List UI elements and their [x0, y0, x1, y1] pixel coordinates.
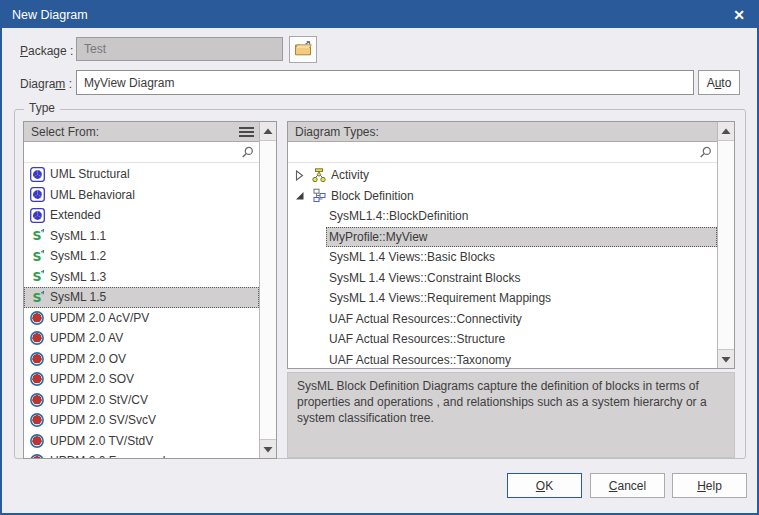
- updm-icon: [29, 372, 45, 387]
- scroll-down-icon[interactable]: [718, 349, 734, 368]
- updm-icon: [29, 392, 45, 407]
- list-item[interactable]: S UPDM 2.0 SV/SvcV: [24, 410, 259, 431]
- search-icon: [241, 146, 254, 159]
- tree-item[interactable]: MyProfile::MyView: [326, 227, 717, 248]
- list-item-label: UPDM 2.0 Framework: [50, 454, 169, 458]
- browse-package-button[interactable]: [289, 36, 317, 63]
- ok-button[interactable]: OK: [507, 473, 582, 498]
- dialog-title: New Diagram: [12, 8, 88, 22]
- tree-item-label: SysML 1.4 Views::Constraint Blocks: [329, 271, 520, 285]
- new-diagram-dialog: New Diagram ✕ Package : Diagram : Auto T…: [0, 0, 759, 515]
- tree-item[interactable]: UAF Actual Resources::Structure: [288, 329, 717, 350]
- scrollbar-track[interactable]: [718, 141, 734, 349]
- list-item[interactable]: S SysML 1.3: [24, 267, 259, 288]
- list-item[interactable]: S UPDM 2.0 SOV: [24, 369, 259, 390]
- tree-item[interactable]: UAF Actual Resources::Taxonomy: [288, 350, 717, 369]
- folder-icon: [294, 40, 313, 60]
- list-item[interactable]: S UML Behavioral: [24, 185, 259, 206]
- updm-icon: [29, 413, 45, 428]
- list-item[interactable]: S UPDM 2.0 StV/CV: [24, 390, 259, 411]
- tree-item-label: SysML1.4::BlockDefinition: [329, 209, 468, 223]
- diagram-types-panel: Diagram Types:: [287, 121, 735, 369]
- search-icon: [699, 146, 712, 159]
- diagram-description: SysML Block Definition Diagrams capture …: [287, 372, 735, 458]
- sysml-icon: S: [29, 269, 45, 284]
- select-from-panel: Select From:: [23, 121, 277, 459]
- scroll-up-icon[interactable]: [260, 122, 276, 141]
- updm-icon: [29, 351, 45, 366]
- diagram-name-input[interactable]: [76, 70, 694, 95]
- list-item[interactable]: S SysML 1.1: [24, 226, 259, 247]
- tree-item[interactable]: SysML 1.4 Views::Constraint Blocks: [288, 268, 717, 289]
- tree-item[interactable]: Activity: [288, 165, 717, 186]
- list-item[interactable]: S UPDM 2.0 AcV/PV: [24, 308, 259, 329]
- tree-item-label: UAF Actual Resources::Connectivity: [329, 312, 522, 326]
- tree-item-label: Activity: [331, 168, 369, 182]
- list-item-label: UPDM 2.0 StV/CV: [50, 393, 148, 407]
- package-field: [76, 37, 283, 61]
- list-item[interactable]: S Extended: [24, 205, 259, 226]
- diagram-types-header-label: Diagram Types:: [295, 125, 713, 139]
- svg-text:S: S: [32, 249, 41, 264]
- list-item-label: UPDM 2.0 TV/StdV: [50, 434, 153, 448]
- list-item-label: Extended: [50, 208, 101, 222]
- svg-text:S: S: [32, 270, 41, 285]
- list-item-label: UML Structural: [50, 167, 130, 181]
- tree-item-label: SysML 1.4 Views::Requirement Mappings: [329, 291, 551, 305]
- expand-arrow-icon[interactable]: [295, 191, 311, 201]
- select-from-search-row: [24, 142, 259, 163]
- select-from-filter-input[interactable]: [29, 143, 241, 161]
- tree-item[interactable]: SysML1.4::BlockDefinition: [288, 206, 717, 227]
- list-item[interactable]: S UPDM 2.0 Framework: [24, 451, 259, 458]
- select-from-header: Select From:: [24, 122, 259, 142]
- list-item-label: SysML 1.2: [50, 249, 106, 263]
- activity-diagram-icon: [311, 168, 331, 183]
- diagram-types-search-row: [288, 142, 717, 163]
- list-item[interactable]: S UML Structural: [24, 164, 259, 185]
- technology-list: S UML Structural: [24, 163, 259, 458]
- hamburger-menu-icon[interactable]: [238, 126, 255, 138]
- expand-arrow-icon[interactable]: [295, 170, 311, 181]
- sysml-icon: S: [29, 290, 45, 305]
- list-item-label: UPDM 2.0 SOV: [50, 372, 134, 386]
- scroll-up-icon[interactable]: [718, 122, 734, 141]
- list-item-label: UPDM 2.0 AcV/PV: [50, 311, 149, 325]
- list-item[interactable]: S UPDM 2.0 TV/StdV: [24, 431, 259, 452]
- tree-item[interactable]: SysML 1.4 Views::Requirement Mappings: [288, 288, 717, 309]
- list-item[interactable]: S SysML 1.2: [24, 246, 259, 267]
- svg-text:S: S: [32, 290, 41, 305]
- diagram-types-tree: Activity: [288, 163, 717, 368]
- tree-item-label: SysML 1.4 Views::Basic Blocks: [329, 250, 495, 264]
- help-button[interactable]: Help: [672, 473, 747, 498]
- tree-item[interactable]: UAF Actual Resources::Connectivity: [288, 309, 717, 330]
- scrollbar-track[interactable]: [260, 141, 276, 439]
- list-item-label: SysML 1.1: [50, 229, 106, 243]
- scroll-down-icon[interactable]: [260, 439, 276, 458]
- list-item-label: UPDM 2.0 SV/SvcV: [50, 413, 156, 427]
- list-item-label: SysML 1.3: [50, 270, 106, 284]
- cancel-button[interactable]: Cancel: [590, 473, 665, 498]
- diagram-types-header: Diagram Types:: [288, 122, 717, 142]
- diagram-types-filter-input[interactable]: [293, 143, 699, 161]
- list-item[interactable]: S UPDM 2.0 AV: [24, 328, 259, 349]
- diagram-label: Diagram :: [20, 74, 72, 94]
- package-label: Package :: [20, 41, 73, 61]
- sysml-icon: S: [29, 228, 45, 243]
- uml-icon: [29, 187, 45, 202]
- auto-button[interactable]: Auto: [698, 70, 740, 95]
- list-item[interactable]: S SysML 1.5: [24, 287, 259, 308]
- list-item[interactable]: S UPDM 2.0 OV: [24, 349, 259, 370]
- select-from-scrollbar[interactable]: [259, 122, 276, 458]
- updm-icon: [29, 331, 45, 346]
- close-icon[interactable]: ✕: [733, 8, 745, 22]
- tree-item-label: UAF Actual Resources::Taxonomy: [329, 353, 511, 367]
- diagram-types-scrollbar[interactable]: [717, 122, 734, 368]
- tree-item-label: MyProfile::MyView: [329, 230, 427, 244]
- svg-text:S: S: [32, 229, 41, 244]
- tree-item[interactable]: Block Definition: [288, 186, 717, 207]
- tree-item[interactable]: SysML 1.4 Views::Basic Blocks: [288, 247, 717, 268]
- type-group-label: Type: [24, 101, 60, 115]
- title-bar[interactable]: New Diagram ✕: [2, 2, 757, 28]
- tree-item-label: UAF Actual Resources::Structure: [329, 332, 505, 346]
- list-item-label: SysML 1.5: [50, 290, 106, 304]
